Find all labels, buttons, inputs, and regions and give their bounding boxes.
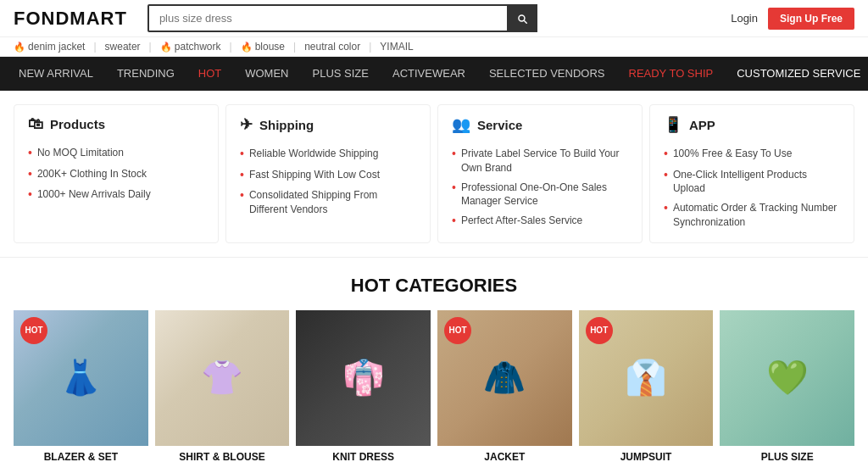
nav-item-customized-service[interactable]: CUSTOMIZED SERVICE xyxy=(725,57,868,91)
feature-list-item-text: 1000+ New Arrivals Daily xyxy=(37,187,151,202)
hot-tag-denim-jacket[interactable]: 🔥 denim jacket xyxy=(14,41,85,53)
feature-list-item-text: Professional One-On-One Sales Manager Se… xyxy=(461,181,628,209)
hot-tags-row: 🔥 denim jacket|sweater|🔥 patchwork|🔥 blo… xyxy=(0,37,868,57)
search-input[interactable] xyxy=(147,4,537,32)
feature-list-item: Professional One-On-One Sales Manager Se… xyxy=(452,178,628,212)
nav-item-activewear[interactable]: ACTIVEWEAR xyxy=(381,57,477,91)
feature-title-text: APP xyxy=(689,118,715,132)
hot-categories-section: HOT CATEGORIES 👗HOTBLAZER & SET👚SHIRT & … xyxy=(0,258,868,462)
feature-list-item-text: Consolidated Shipping From Different Ven… xyxy=(249,188,416,217)
feature-card-service: 👥ServicePrivate Label Service To Build Y… xyxy=(437,104,643,243)
logo: FONDMART xyxy=(14,8,127,30)
feature-list-item-text: Perfect After-Sales Service xyxy=(461,214,582,228)
nav-item-plus-size[interactable]: PLUS SIZE xyxy=(301,57,381,91)
category-item-shirt-&-blouse[interactable]: 👚SHIRT & BLOUSE xyxy=(155,310,290,462)
service-icon: 👥 xyxy=(452,115,470,134)
header: FONDMART Login Sign Up Free xyxy=(0,0,868,37)
category-label: JUMPSUIT xyxy=(579,451,714,462)
feature-title-text: Products xyxy=(50,117,105,131)
feature-list-item: Fast Shipping With Low Cost xyxy=(240,165,416,186)
category-label: PLUS SIZE xyxy=(720,451,854,462)
feature-list-item: 1000+ New Arrivals Daily xyxy=(28,185,204,206)
feature-title-text: Service xyxy=(477,118,522,132)
feature-list-item-text: Automatic Order & Tracking Number Synchr… xyxy=(673,201,840,230)
nav-item-hot[interactable]: HOT xyxy=(186,57,233,91)
nav-item-selected-vendors[interactable]: SELECTED VENDORS xyxy=(477,57,617,91)
tag-separator: | xyxy=(229,41,231,53)
category-label: JACKET xyxy=(437,451,572,462)
search-button[interactable] xyxy=(507,4,537,32)
category-item-jacket[interactable]: 🧥HOTJACKET xyxy=(437,310,572,462)
feature-title-app: 📱APP xyxy=(664,115,840,134)
hot-tag-sweater[interactable]: sweater xyxy=(105,41,141,53)
feature-list-item: Automatic Order & Tracking Number Synchr… xyxy=(664,198,840,232)
feature-list-item-text: Reliable Worldwide Shipping xyxy=(249,147,379,161)
hot-badge: HOT xyxy=(20,317,47,344)
category-label: KNIT DRESS xyxy=(296,451,431,462)
category-item-plus-size[interactable]: 💚PLUS SIZE xyxy=(720,310,854,462)
category-image: 💚 xyxy=(720,310,854,446)
feature-card-shipping: ✈ShippingReliable Worldwide ShippingFast… xyxy=(225,104,431,243)
search-container xyxy=(147,4,537,32)
hot-badge: HOT xyxy=(444,317,471,344)
feature-list-item: Perfect After-Sales Service xyxy=(452,211,628,232)
nav-item-ready-to-ship[interactable]: READY TO SHIP xyxy=(617,57,726,91)
hot-tag-blouse[interactable]: 🔥 blouse xyxy=(241,41,285,53)
feature-list-item: No MOQ Limitation xyxy=(28,143,204,164)
header-actions: Login Sign Up Free xyxy=(731,8,854,30)
feature-list-item-text: Fast Shipping With Low Cost xyxy=(249,168,380,182)
feature-title-text: Shipping xyxy=(259,118,314,132)
feature-list-item: One-Click Intelligent Products Upload xyxy=(664,165,840,199)
hot-tag-neutral-color[interactable]: neutral color xyxy=(304,41,360,53)
products-icon: 🛍 xyxy=(28,115,43,133)
feature-list-item: Consolidated Shipping From Different Ven… xyxy=(240,186,416,220)
feature-list-item-text: 100% Free & Easy To Use xyxy=(673,147,793,161)
category-label: BLAZER & SET xyxy=(14,451,148,462)
feature-list-item: 100% Free & Easy To Use xyxy=(664,144,840,165)
feature-title-shipping: ✈Shipping xyxy=(240,115,416,134)
fire-icon: 🔥 xyxy=(241,42,255,52)
category-image: 👚 xyxy=(155,310,290,446)
category-item-jumpsuit[interactable]: 👔HOTJUMPSUIT xyxy=(579,310,714,462)
category-grid: 👗HOTBLAZER & SET👚SHIRT & BLOUSE👘KNIT DRE… xyxy=(14,310,854,462)
nav-item-women[interactable]: WOMEN xyxy=(233,57,300,91)
hot-tag-yimail[interactable]: YIMAIL xyxy=(380,41,413,53)
feature-list-item: Private Label Service To Build Your Own … xyxy=(452,144,628,178)
signup-button[interactable]: Sign Up Free xyxy=(768,8,854,30)
tag-separator: | xyxy=(93,41,96,53)
main-nav: NEW ARRIVALTRENDINGHOTWOMENPLUS SIZEACTI… xyxy=(0,57,868,91)
hot-tag-patchwork[interactable]: 🔥 patchwork xyxy=(160,41,221,53)
feature-list-item-text: Private Label Service To Build Your Own … xyxy=(461,147,628,175)
feature-list-item-text: One-Click Intelligent Products Upload xyxy=(673,168,840,197)
app-icon: 📱 xyxy=(664,115,682,134)
tag-separator: | xyxy=(369,41,371,53)
nav-item-trending[interactable]: TRENDING xyxy=(105,57,186,91)
feature-card-app: 📱APP100% Free & Easy To UseOne-Click Int… xyxy=(649,104,854,243)
category-item-knit-dress[interactable]: 👘KNIT DRESS xyxy=(296,310,431,462)
feature-list-item-text: No MOQ Limitation xyxy=(37,146,124,160)
nav-item-new-arrival[interactable]: NEW ARRIVAL xyxy=(7,57,105,91)
feature-list-item: 200K+ Clothing In Stock xyxy=(28,164,204,186)
tag-separator: | xyxy=(149,41,152,53)
features-section: 🛍ProductsNo MOQ Limitation200K+ Clothing… xyxy=(0,91,868,258)
feature-card-products: 🛍ProductsNo MOQ Limitation200K+ Clothing… xyxy=(14,104,219,243)
feature-list-item-text: 200K+ Clothing In Stock xyxy=(37,167,147,181)
shipping-icon: ✈ xyxy=(240,115,253,134)
hot-categories-title: HOT CATEGORIES xyxy=(14,275,854,297)
category-image: 👘 xyxy=(296,310,431,446)
tag-separator: | xyxy=(293,41,296,53)
category-item-blazer-&-set[interactable]: 👗HOTBLAZER & SET xyxy=(14,310,148,462)
fire-icon: 🔥 xyxy=(14,42,28,52)
fire-icon: 🔥 xyxy=(160,42,175,52)
login-button[interactable]: Login xyxy=(731,12,758,25)
feature-title-service: 👥Service xyxy=(452,115,628,134)
feature-title-products: 🛍Products xyxy=(28,115,204,133)
category-label: SHIRT & BLOUSE xyxy=(155,451,290,462)
hot-badge: HOT xyxy=(586,317,613,344)
feature-list-item: Reliable Worldwide Shipping xyxy=(240,144,416,165)
